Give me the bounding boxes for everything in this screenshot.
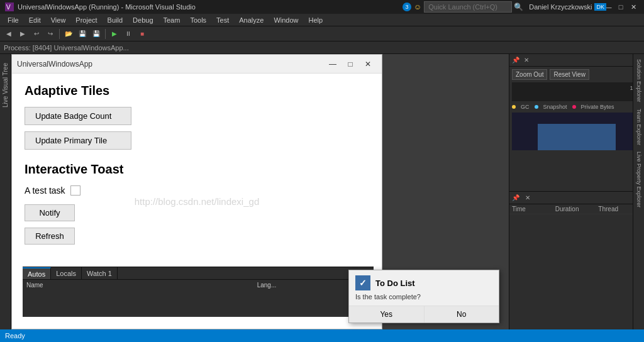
chart-bar [538, 124, 616, 150]
live-visual-tree-tab[interactable]: Live Visual Tree [1, 60, 10, 110]
back-button[interactable]: ◀ [3, 28, 15, 40]
col-time: Time [512, 206, 555, 212]
toast-yes-button[interactable]: Yes [349, 306, 425, 323]
tab-locals[interactable]: Locals [51, 267, 82, 279]
bottom-panel: Autos Locals Watch 1 Name Lang... [23, 267, 374, 317]
open-button[interactable]: 📂 [62, 28, 75, 40]
process-bar: Process: [8404] UniversalWindowsApp... [0, 41, 644, 54]
smiley-icon: ☺ [414, 3, 421, 11]
chart-area: 32 0 [512, 113, 641, 150]
col-value [140, 281, 255, 316]
diagnostics-table-panel: 📌 ✕ Time Duration Thread [509, 192, 644, 329]
quick-launch-input[interactable] [424, 1, 512, 13]
timeline-area: 16s [512, 82, 641, 101]
toast-no-button[interactable]: No [425, 306, 499, 323]
uwp-minimize-button[interactable]: — [324, 55, 341, 73]
refresh-button[interactable]: Refresh [25, 228, 75, 245]
private-bytes-legend-dot [572, 105, 576, 109]
menu-project[interactable]: Project [70, 14, 102, 26]
menu-view[interactable]: View [46, 14, 71, 26]
menu-build[interactable]: Build [103, 14, 128, 26]
pin-icon: 📌 [512, 57, 519, 63]
tab-autos[interactable]: Autos [23, 267, 51, 279]
menu-help[interactable]: Help [304, 14, 328, 26]
task-row: A test task [25, 185, 369, 196]
watermark-text: http://blog.csdn.net/lindexi_gd [135, 196, 259, 207]
menu-test[interactable]: Test [211, 14, 234, 26]
snapshot-legend-dot [535, 105, 538, 109]
window-controls: — □ ✕ [602, 1, 639, 13]
uwp-titlebar: UniversalWindowsApp — □ ✕ [12, 55, 382, 74]
toast-buttons: Yes No [349, 306, 499, 323]
menu-debug[interactable]: Debug [128, 14, 158, 26]
restore-button[interactable]: □ [615, 1, 626, 13]
toolbar: ◀ ▶ ↩ ↪ 📂 💾 💾 ▶ ⏸ ■ [0, 26, 644, 41]
user-name: Daniel Krzyczkowski [529, 3, 592, 11]
menu-analyze[interactable]: Analyze [234, 14, 269, 26]
live-property-explorer-tab[interactable]: Live Property Explorer [635, 149, 643, 210]
bottom-panel-tabs: Autos Locals Watch 1 [23, 267, 374, 280]
zoom-out-button[interactable]: Zoom Out [512, 69, 547, 80]
process-text: Process: [8404] UniversalWindowsApp... [4, 44, 129, 52]
pause-button[interactable]: ⏸ [122, 28, 135, 40]
right-sidebar-tabs: Solution Explorer Team Explorer Live Pro… [633, 54, 644, 329]
title-bar: V UniversalWindowsApp (Running) - Micros… [0, 0, 644, 14]
close-button[interactable]: ✕ [628, 1, 639, 13]
tab-watch1[interactable]: Watch 1 [82, 267, 118, 279]
task-checkbox[interactable] [70, 185, 80, 196]
toast-notification: ✓ To Do List Is the task complete? Yes N… [348, 270, 499, 323]
uwp-restore-button[interactable]: □ [341, 55, 359, 73]
solution-explorer-tab[interactable]: Solution Explorer [635, 57, 643, 105]
diag-columns: Time Duration Thread [509, 204, 644, 214]
diagnostics-header: 📌 ✕ [509, 54, 644, 67]
performance-area: Zoom Out Reset View 16s GC Snapshot Priv… [509, 67, 644, 191]
col-name: Name [25, 281, 140, 316]
menu-file[interactable]: File [3, 14, 24, 26]
bottom-panel-content: Name Lang... [23, 280, 374, 317]
menu-edit[interactable]: Edit [24, 14, 46, 26]
forward-button[interactable]: ▶ [16, 28, 29, 40]
gc-legend-dot [512, 105, 516, 109]
save-button[interactable]: 💾 [76, 28, 89, 40]
save-all-button[interactable]: 💾 [90, 28, 103, 40]
uwp-window-controls: — □ ✕ [324, 55, 377, 73]
toast-body: Is the task complete? [349, 293, 499, 306]
toolbar-separator-2 [105, 29, 106, 39]
quick-launch-area: 3 ☺ 🔍 Daniel Krzyczkowski DK [401, 0, 606, 14]
toast-icon: ✓ [355, 275, 370, 290]
toast-header: ✓ To Do List [349, 270, 499, 293]
main-layout: Live Visual Tree UniversalWindowsApp — □… [0, 54, 644, 329]
toolbar-separator [59, 29, 60, 39]
status-bar: Ready [0, 329, 644, 342]
reset-view-button[interactable]: Reset View [550, 69, 589, 80]
close-panel-button2[interactable]: ✕ [523, 194, 532, 201]
diagnostics-panel: 📌 ✕ Zoom Out Reset View 16s GC Snapshot [509, 54, 644, 192]
close-panel-button[interactable]: ✕ [522, 57, 531, 63]
update-badge-count-button[interactable]: Update Badge Count [25, 107, 131, 125]
pin-icon2: 📌 [512, 194, 519, 201]
team-explorer-tab[interactable]: Team Explorer [635, 106, 643, 148]
col-duration: Duration [555, 206, 599, 212]
private-bytes-label: Private Bytes [581, 104, 614, 110]
notify-button[interactable]: Notify [25, 204, 75, 221]
toast-title: To Do List [375, 279, 415, 288]
undo-button[interactable]: ↩ [30, 28, 43, 40]
menu-tools[interactable]: Tools [185, 14, 211, 26]
svg-text:V: V [6, 3, 11, 11]
section-adaptive-tiles: Adaptive Tiles [25, 84, 369, 98]
menu-window[interactable]: Window [269, 14, 303, 26]
redo-button[interactable]: ↪ [44, 28, 57, 40]
search-icon: 🔍 [514, 3, 523, 11]
status-text: Ready [5, 332, 25, 339]
update-primary-tile-button[interactable]: Update Primary Tile [25, 131, 131, 150]
diagnostics-table-header: 📌 ✕ [509, 192, 644, 204]
debug-button[interactable]: ▶ [108, 28, 121, 40]
gc-label: GC [521, 104, 530, 110]
uwp-close-button[interactable]: ✕ [359, 55, 377, 73]
legend-row: GC Snapshot Private Bytes [512, 104, 641, 110]
stop-button[interactable]: ■ [136, 28, 148, 40]
section-interactive-toast: Interactive Toast [25, 162, 369, 177]
left-sidebar: Live Visual Tree [0, 54, 11, 329]
menu-team[interactable]: Team [158, 14, 186, 26]
uwp-title: UniversalWindowsApp [17, 60, 324, 69]
